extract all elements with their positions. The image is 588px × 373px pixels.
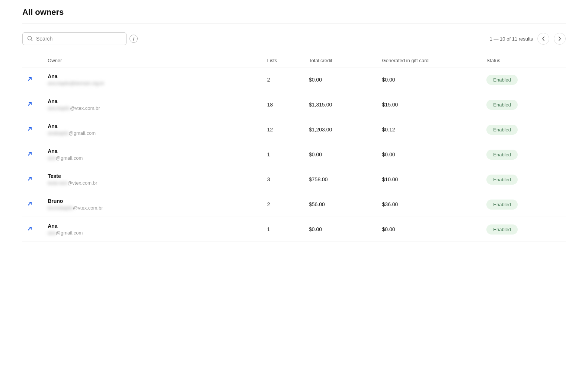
owners-table: Owner Lists Total credit Generated in gi… — [22, 54, 566, 242]
row-total-credit-cell: $1,203.00 — [304, 117, 378, 142]
prev-page-button[interactable] — [537, 33, 549, 45]
owner-email-blurred: ana — [48, 155, 56, 161]
status-badge: Enabled — [486, 200, 518, 210]
row-external-link[interactable] — [27, 101, 33, 108]
row-status-cell: Enabled — [482, 67, 566, 92]
row-external-link[interactable] — [27, 126, 33, 133]
row-generated-gift-cell: $0.12 — [378, 117, 482, 142]
row-generated-gift-cell: $36.00 — [378, 192, 482, 217]
status-badge: Enabled — [486, 224, 518, 235]
row-lists-cell: 18 — [263, 92, 304, 117]
row-owner-cell: Brunobrunobaptis@vtex.com.br — [43, 192, 263, 217]
owner-name: Ana — [48, 73, 258, 79]
row-owner-cell: Anaana.baptis@domain.vtg.br — [43, 67, 263, 92]
row-external-link[interactable] — [27, 176, 33, 183]
col-header-total-credit: Total credit — [304, 54, 378, 67]
chevron-right-icon — [558, 36, 562, 41]
row-lists-cell: 2 — [263, 67, 304, 92]
table-row: Anaana.baptis@domain.vtg.br2$0.00$0.00En… — [22, 67, 566, 92]
search-icon — [27, 36, 33, 42]
row-link-icon-cell — [22, 67, 43, 92]
info-icon[interactable]: i — [130, 35, 138, 43]
status-badge: Enabled — [486, 75, 518, 85]
col-header-lists: Lists — [263, 54, 304, 67]
owner-name: Ana — [48, 148, 258, 154]
search-box[interactable] — [22, 32, 127, 45]
row-status-cell: Enabled — [482, 167, 566, 192]
row-total-credit-cell: $758.00 — [304, 167, 378, 192]
owner-name: Ana — [48, 123, 258, 129]
row-lists-cell: 2 — [263, 192, 304, 217]
owner-email-blurred: brunobaptis — [48, 205, 73, 211]
row-total-credit-cell: $56.00 — [304, 192, 378, 217]
row-link-icon-cell — [22, 142, 43, 167]
chevron-left-icon — [541, 36, 545, 41]
row-external-link[interactable] — [27, 226, 33, 233]
row-status-cell: Enabled — [482, 142, 566, 167]
owner-email-blurred: ana.baptis — [48, 105, 70, 111]
row-lists-cell: 1 — [263, 217, 304, 242]
row-status-cell: Enabled — [482, 92, 566, 117]
row-owner-cell: Testeteste.test@vtex.com.br — [43, 167, 263, 192]
row-status-cell: Enabled — [482, 117, 566, 142]
page-title: All owners — [22, 7, 566, 17]
table-header-row: Owner Lists Total credit Generated in gi… — [22, 54, 566, 67]
table-row: Brunobrunobaptis@vtex.com.br2$56.00$36.0… — [22, 192, 566, 217]
row-generated-gift-cell: $0.00 — [378, 217, 482, 242]
search-input[interactable] — [36, 36, 122, 42]
owner-email-blurred: ana — [48, 230, 56, 236]
pagination-text: 1 — 10 of 11 results — [490, 36, 533, 42]
row-total-credit-cell: $0.00 — [304, 217, 378, 242]
row-external-link[interactable] — [27, 76, 33, 83]
header-divider — [22, 23, 566, 23]
row-status-cell: Enabled — [482, 217, 566, 242]
search-wrapper: i — [22, 32, 138, 45]
table-row: Anaana.baptis@vtex.com.br18$1,315.00$15.… — [22, 92, 566, 117]
row-lists-cell: 3 — [263, 167, 304, 192]
status-badge: Enabled — [486, 125, 518, 135]
owner-email-blurred: anabaptis — [48, 130, 68, 136]
owner-email-blurred: ana.baptis@domain.vtg.br — [48, 80, 104, 86]
owner-name: Teste — [48, 173, 258, 179]
table-row: Anaana@gmail.com1$0.00$0.00Enabled — [22, 142, 566, 167]
row-generated-gift-cell: $10.00 — [378, 167, 482, 192]
row-total-credit-cell: $0.00 — [304, 67, 378, 92]
row-owner-cell: Anaana@gmail.com — [43, 217, 263, 242]
row-owner-cell: Anaana@gmail.com — [43, 142, 263, 167]
col-header-icon — [22, 54, 43, 67]
owner-email-blurred: teste.test — [48, 180, 67, 186]
row-owner-cell: Anaanabaptis@gmail.com — [43, 117, 263, 142]
col-header-generated-gift: Generated in gift card — [378, 54, 482, 67]
row-lists-cell: 1 — [263, 142, 304, 167]
toolbar: i 1 — 10 of 11 results — [22, 32, 566, 45]
row-total-credit-cell: $1,315.00 — [304, 92, 378, 117]
row-total-credit-cell: $0.00 — [304, 142, 378, 167]
table-row: Testeteste.test@vtex.com.br3$758.00$10.0… — [22, 167, 566, 192]
row-external-link[interactable] — [27, 201, 33, 208]
page-container: All owners i 1 — 10 of 11 results — [0, 0, 588, 249]
row-status-cell: Enabled — [482, 192, 566, 217]
owner-name: Ana — [48, 98, 258, 104]
next-page-button[interactable] — [554, 33, 566, 45]
col-header-owner: Owner — [43, 54, 263, 67]
svg-line-1 — [31, 40, 33, 41]
row-link-icon-cell — [22, 92, 43, 117]
row-link-icon-cell — [22, 167, 43, 192]
row-generated-gift-cell: $0.00 — [378, 142, 482, 167]
status-badge: Enabled — [486, 100, 518, 110]
pagination: 1 — 10 of 11 results — [490, 33, 566, 45]
table-row: Anaanabaptis@gmail.com12$1,203.00$0.12En… — [22, 117, 566, 142]
table-row: Anaana@gmail.com1$0.00$0.00Enabled — [22, 217, 566, 242]
row-generated-gift-cell: $0.00 — [378, 67, 482, 92]
col-header-status: Status — [482, 54, 566, 67]
row-lists-cell: 12 — [263, 117, 304, 142]
row-external-link[interactable] — [27, 151, 33, 158]
row-owner-cell: Anaana.baptis@vtex.com.br — [43, 92, 263, 117]
row-link-icon-cell — [22, 192, 43, 217]
row-link-icon-cell — [22, 217, 43, 242]
row-link-icon-cell — [22, 117, 43, 142]
row-generated-gift-cell: $15.00 — [378, 92, 482, 117]
status-badge: Enabled — [486, 150, 518, 160]
owner-name: Bruno — [48, 198, 258, 204]
status-badge: Enabled — [486, 175, 518, 185]
